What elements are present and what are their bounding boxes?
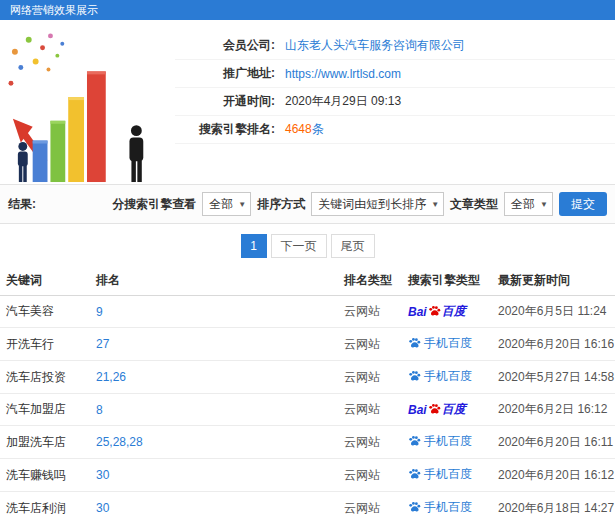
- update-time-cell: 2020年5月27日 14:58: [492, 361, 615, 394]
- rank-link[interactable]: 9: [96, 305, 103, 319]
- engine-filter-label: 分搜索引擎查看: [112, 196, 196, 213]
- table-row: 开洗车行 27 云网站 手机百度 2020年6月20日 16:16: [0, 328, 615, 361]
- rank-link[interactable]: 21,26: [96, 370, 126, 384]
- rank-type-cell: 云网站: [338, 328, 402, 361]
- confetti-dots: [8, 33, 64, 85]
- filter-bar: 结果: 分搜索引擎查看 全部 ▼ 排序方式 关键词由短到长排序 ▼ 文章类型 全…: [0, 184, 615, 224]
- rank-count-label: 搜索引擎排名:: [175, 121, 275, 138]
- rank-type-cell: 云网站: [338, 459, 402, 492]
- info-row-rank-count: 搜索引擎排名: 4648条: [175, 116, 615, 144]
- keyword-cell: 洗车赚钱吗: [0, 459, 90, 492]
- page-title: 网络营销效果展示: [0, 0, 615, 20]
- keyword-cell: 洗车店投资: [0, 361, 90, 394]
- keyword-ranking-table: 关键词 排名 排名类型 搜索引擎类型 最新更新时间 汽车美容 9 云网站 Bai…: [0, 266, 615, 520]
- baidu-mobile-text: 手机百度: [424, 499, 472, 516]
- table-row: 汽车美容 9 云网站 Bai 百度 2020年6月5日 11:24: [0, 296, 615, 328]
- rank-link[interactable]: 8: [96, 403, 103, 417]
- info-row-open-time: 开通时间: 2020年4月29日 09:13: [175, 88, 615, 116]
- rank-link[interactable]: 30: [96, 468, 109, 482]
- baidu-mobile-logo: 手机百度: [408, 499, 472, 516]
- baidu-logo-cn-text: 百度: [442, 303, 466, 320]
- baidu-mobile-text: 手机百度: [424, 466, 472, 483]
- person-right: [129, 125, 143, 182]
- article-type-select[interactable]: 全部 ▼: [504, 192, 553, 216]
- table-row: 洗车店利润 30 云网站 手机百度 2020年6月18日 14:27: [0, 492, 615, 520]
- baidu-logo-cn-text: 百度: [442, 401, 466, 418]
- header-update-time: 最新更新时间: [492, 266, 615, 296]
- results-section-label: 结果:: [8, 196, 36, 213]
- table-row: 洗车赚钱吗 30 云网站 手机百度 2020年6月20日 16:12: [0, 459, 615, 492]
- rank-link[interactable]: 25,28,28: [96, 435, 143, 449]
- rank-type-cell: 云网站: [338, 492, 402, 520]
- next-page-button[interactable]: 下一页: [271, 234, 327, 258]
- baidu-mobile-paw-icon: [408, 370, 421, 383]
- rank-count-unit: 条: [312, 122, 324, 136]
- table-row: 加盟洗车店 25,28,28 云网站 手机百度 2020年6月20日 16:11: [0, 426, 615, 459]
- rank-link[interactable]: 30: [96, 501, 109, 515]
- update-time-cell: 2020年6月20日 16:16: [492, 328, 615, 361]
- table-row: 汽车加盟店 8 云网站 Bai 百度 2020年6月2日 16:12: [0, 394, 615, 426]
- rank-type-cell: 云网站: [338, 361, 402, 394]
- baidu-mobile-text: 手机百度: [424, 368, 472, 385]
- submit-button[interactable]: 提交: [559, 192, 607, 216]
- article-type-label: 文章类型: [450, 196, 498, 213]
- rank-type-cell: 云网站: [338, 394, 402, 426]
- baidu-pc-logo: Bai 百度: [408, 401, 466, 418]
- sort-select[interactable]: 关键词由短到长排序 ▼: [311, 192, 444, 216]
- update-time-cell: 2020年6月20日 16:11: [492, 426, 615, 459]
- header-keyword: 关键词: [0, 266, 90, 296]
- engine-select[interactable]: 全部 ▼: [202, 192, 251, 216]
- baidu-mobile-text: 手机百度: [424, 335, 472, 352]
- baidu-logo-text: Bai: [408, 305, 427, 319]
- keyword-cell: 开洗车行: [0, 328, 90, 361]
- baidu-mobile-logo: 手机百度: [408, 433, 472, 450]
- chart-illustration: [2, 26, 170, 184]
- baidu-mobile-logo: 手机百度: [408, 335, 472, 352]
- page-1-button[interactable]: 1: [241, 234, 267, 258]
- chevron-down-icon: ▼: [540, 200, 548, 209]
- update-time-cell: 2020年6月18日 14:27: [492, 492, 615, 520]
- chevron-down-icon: ▼: [238, 200, 246, 209]
- header-rank-type: 排名类型: [338, 266, 402, 296]
- company-label: 会员公司:: [175, 37, 275, 54]
- open-time-value: 2020年4月29日 09:13: [285, 93, 401, 110]
- keyword-cell: 加盟洗车店: [0, 426, 90, 459]
- baidu-paw-icon: [428, 305, 441, 318]
- baidu-logo-text: Bai: [408, 403, 427, 417]
- member-info: 会员公司: 山东老人头汽车服务咨询有限公司 推广地址: https://www.…: [175, 20, 615, 144]
- company-link[interactable]: 山东老人头汽车服务咨询有限公司: [285, 37, 465, 54]
- baidu-mobile-text: 手机百度: [424, 433, 472, 450]
- pagination: 1 下一页 尾页: [0, 224, 615, 266]
- update-time-cell: 2020年6月5日 11:24: [492, 296, 615, 328]
- chevron-down-icon: ▼: [431, 200, 439, 209]
- engine-select-value: 全部: [209, 196, 233, 213]
- baidu-mobile-paw-icon: [408, 435, 421, 448]
- table-body: 汽车美容 9 云网站 Bai 百度 2020年6月5日 11:24 开洗车行 2…: [0, 296, 615, 520]
- keyword-cell: 汽车美容: [0, 296, 90, 328]
- sort-filter-label: 排序方式: [257, 196, 305, 213]
- rank-count-number: 4648: [285, 122, 312, 136]
- table-row: 洗车店投资 21,26 云网站 手机百度 2020年5月27日 14:58: [0, 361, 615, 394]
- baidu-pc-logo: Bai 百度: [408, 303, 466, 320]
- rank-type-cell: 云网站: [338, 426, 402, 459]
- rank-link[interactable]: 27: [96, 337, 109, 351]
- update-time-cell: 2020年6月2日 16:12: [492, 394, 615, 426]
- url-label: 推广地址:: [175, 65, 275, 82]
- baidu-mobile-paw-icon: [408, 468, 421, 481]
- person-left: [18, 142, 28, 182]
- header-engine-type: 搜索引擎类型: [402, 266, 492, 296]
- update-time-cell: 2020年6月20日 16:12: [492, 459, 615, 492]
- table-header-row: 关键词 排名 排名类型 搜索引擎类型 最新更新时间: [0, 266, 615, 296]
- summary-section: 会员公司: 山东老人头汽车服务咨询有限公司 推广地址: https://www.…: [0, 20, 615, 184]
- rank-count-value: 4648条: [285, 121, 324, 138]
- last-page-button[interactable]: 尾页: [331, 234, 375, 258]
- baidu-mobile-logo: 手机百度: [408, 368, 472, 385]
- info-row-company: 会员公司: 山东老人头汽车服务咨询有限公司: [175, 32, 615, 60]
- open-time-label: 开通时间:: [175, 93, 275, 110]
- keyword-cell: 汽车加盟店: [0, 394, 90, 426]
- promotion-url-link[interactable]: https://www.lrtlsd.com: [285, 67, 401, 81]
- article-type-select-value: 全部: [511, 196, 535, 213]
- baidu-mobile-paw-icon: [408, 337, 421, 350]
- baidu-mobile-logo: 手机百度: [408, 466, 472, 483]
- rank-type-cell: 云网站: [338, 296, 402, 328]
